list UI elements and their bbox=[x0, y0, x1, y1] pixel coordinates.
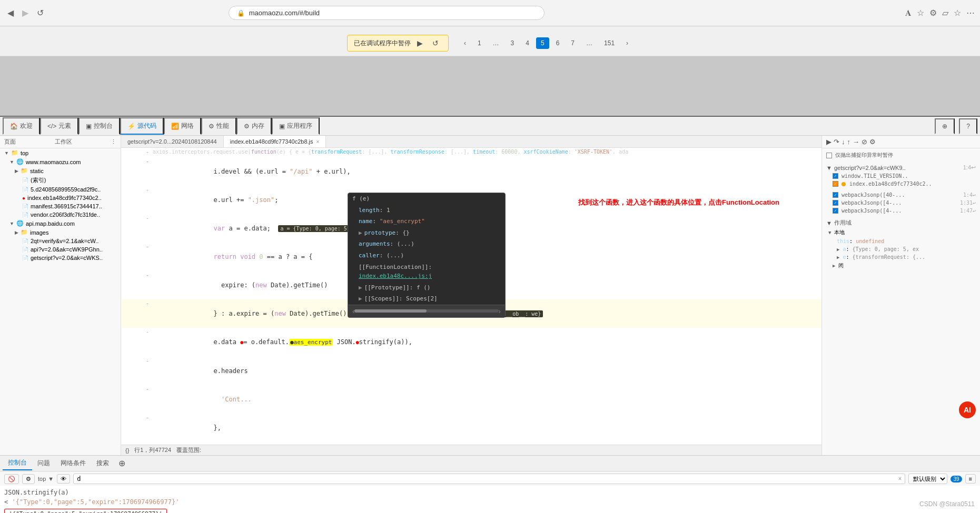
elements-icon: </> bbox=[47, 123, 56, 130]
step-btn[interactable]: → bbox=[853, 138, 859, 146]
resume-button[interactable]: ▶ bbox=[414, 37, 426, 49]
tab-memory[interactable]: ⚙ 内存 bbox=[236, 117, 272, 135]
console-tab-main[interactable]: 控制台 bbox=[3, 456, 32, 470]
tooltip-function-location[interactable]: [[FunctionLocation]]: index.eb1a48c....j… bbox=[348, 261, 505, 282]
log-level-select[interactable]: 默认级别 bbox=[908, 474, 947, 484]
tab-more-button[interactable]: ⊕ bbox=[935, 118, 955, 134]
file-item-vendor[interactable]: 📄 vendor.c206f3dfc7fc31fde.. bbox=[0, 210, 121, 219]
code-tab-getscript[interactable]: getscript?v=2.0...20240108120844 bbox=[121, 136, 224, 147]
ai-avatar[interactable]: AI bbox=[959, 401, 976, 418]
code-tab-index[interactable]: index.eb1a48cd9fc77340c2b8.js × bbox=[224, 136, 326, 147]
sidebar-button[interactable]: ▱ bbox=[942, 8, 948, 18]
step-out-btn[interactable]: ↑ bbox=[847, 138, 851, 146]
filter-settings-button[interactable]: ⚙ bbox=[22, 474, 35, 484]
home-icon: 🏠 bbox=[10, 123, 18, 130]
tab-performance[interactable]: ⚙ 性能 bbox=[201, 117, 236, 135]
breakpoints-header[interactable]: ▼ getscript?v=2.0&ak=cWK9.. 1:4↩ bbox=[824, 163, 978, 172]
page-4-button[interactable]: 4 bbox=[521, 37, 534, 49]
breakpoints-arrow: ▼ bbox=[826, 165, 832, 171]
manifest-label: manifest.366915c7344417.. bbox=[31, 203, 102, 209]
tab-sources[interactable]: ⚡ 源代码 bbox=[120, 117, 164, 135]
refresh-button[interactable]: ↺ bbox=[35, 6, 46, 20]
code-area[interactable]: - axios.interceptors.request.use(functio… bbox=[121, 148, 821, 445]
file-item-2qt[interactable]: 📄 2qt=verify&v=2.1&ak=cW.. bbox=[0, 237, 121, 245]
page-6-button[interactable]: 6 bbox=[551, 37, 565, 49]
tab-console-label: 控制台 bbox=[94, 122, 113, 130]
file-item-baidu[interactable]: ▼ 🌐 api.map.baidu.com bbox=[0, 219, 121, 228]
clear-console-button[interactable]: 🚫 bbox=[4, 474, 19, 484]
step-over-button[interactable]: ↺ bbox=[429, 37, 442, 49]
more-console-btn[interactable]: ≡ bbox=[965, 474, 976, 484]
debug-status: 已在调试程序中暂停 ▶ ↺ bbox=[347, 35, 449, 52]
step-over-btn[interactable]: ↷ bbox=[834, 138, 839, 146]
tooltip-proto-fn[interactable]: ▶[[Prototype]]: f () bbox=[348, 282, 505, 294]
deactivate-btn[interactable]: ⊘ bbox=[862, 138, 867, 146]
tab-network[interactable]: 📶 网络 bbox=[164, 117, 201, 135]
tab-elements[interactable]: </> 元素 bbox=[40, 117, 78, 135]
page-7-button[interactable]: 7 bbox=[566, 37, 579, 49]
code-line-1: - axios.interceptors.request.use(functio… bbox=[121, 148, 821, 157]
workspace-tab[interactable]: 工作区 bbox=[55, 138, 72, 146]
wp-checkbox-2[interactable]: ✓ bbox=[833, 200, 838, 206]
page-tab[interactable]: 页面 bbox=[4, 138, 16, 146]
console-badge: 39 bbox=[951, 476, 962, 482]
page-next-button[interactable]: › bbox=[621, 37, 633, 49]
file-item-index-eb1a[interactable]: ● index.eb1a48cd9fc77340c2.. bbox=[0, 194, 121, 202]
scope-header[interactable]: ▼ 作用域 bbox=[824, 218, 978, 228]
clear-input-icon[interactable]: × bbox=[898, 475, 902, 482]
bp-checkbox-1[interactable]: ✓ bbox=[833, 173, 838, 179]
page-5-button[interactable]: 5 bbox=[536, 37, 549, 49]
tooltip-overlay[interactable]: f (e) length: 1 name: "aes_encrypt" ▶pro… bbox=[348, 193, 506, 318]
console-tab-network[interactable]: 网络条件 bbox=[55, 457, 91, 470]
back-button[interactable]: ◀ bbox=[5, 6, 16, 20]
file-item-top[interactable]: ▼ 📁 top bbox=[0, 148, 121, 157]
sources-icon: ⚡ bbox=[127, 123, 135, 130]
file-item-apiv2[interactable]: 📄 api?v=2.0&ak=cWK9PGhn.. bbox=[0, 245, 121, 254]
debug-status-text: 已在调试程序中暂停 bbox=[354, 39, 411, 48]
file-item-index[interactable]: 📄 (索引) bbox=[0, 175, 121, 185]
page-prev-button[interactable]: ‹ bbox=[459, 37, 471, 49]
add-tab-button[interactable]: ⊕ bbox=[118, 458, 125, 468]
file-item-images[interactable]: ▶ 📁 images bbox=[0, 228, 121, 237]
code-panel: getscript?v=2.0...20240108120844 index.e… bbox=[121, 136, 822, 455]
file-panel: 页面 工作区 ⋮ ▼ 📁 top ▼ 🌐 www.maomaozu.com bbox=[0, 136, 121, 455]
wp-checkbox-3[interactable]: ✓ bbox=[833, 208, 838, 214]
forward-button[interactable]: ▶ bbox=[20, 6, 31, 20]
devtools-help-button[interactable]: ? bbox=[959, 118, 977, 134]
more-button[interactable]: ⋯ bbox=[966, 8, 975, 18]
page-3-button[interactable]: 3 bbox=[506, 37, 519, 49]
page-1-button[interactable]: 1 bbox=[473, 37, 486, 49]
bp-checkbox-2[interactable]: ✓ bbox=[833, 181, 838, 187]
tab-welcome[interactable]: 🏠 欢迎 bbox=[3, 117, 40, 135]
pause-exception-checkbox[interactable] bbox=[826, 153, 832, 158]
step-into-btn[interactable]: ↓ bbox=[842, 138, 845, 146]
tooltip-scroll-right[interactable]: › bbox=[499, 307, 501, 315]
file-item-getscript[interactable]: 📄 getscript?v=2.0&ak=cWKS.. bbox=[0, 254, 121, 262]
settings-icon[interactable]: ⚙ bbox=[929, 8, 937, 18]
resume-execution-button[interactable]: ▶ bbox=[826, 138, 831, 146]
file-item-static[interactable]: ▶ 📁 static bbox=[0, 166, 121, 175]
tooltip-scrollbar[interactable]: ‹ › bbox=[348, 305, 505, 317]
close-tab-icon[interactable]: × bbox=[316, 139, 320, 145]
file-item-manifest[interactable]: 📄 manifest.366915c7344417.. bbox=[0, 202, 121, 210]
wp-checkbox-1[interactable]: ✓ bbox=[833, 192, 838, 198]
settings-rp-btn[interactable]: ⚙ bbox=[869, 138, 876, 146]
more-options-icon[interactable]: ⋮ bbox=[111, 138, 116, 145]
favorite-button[interactable]: ☆ bbox=[917, 8, 924, 18]
console-tab-issues[interactable]: 问题 bbox=[32, 457, 55, 470]
tab-console[interactable]: ▣ 控制台 bbox=[78, 117, 120, 135]
baidu-label: api.map.baidu.com bbox=[26, 220, 75, 227]
console-content: JSON.stringify(a) < '{"Type":0,"page":5,… bbox=[0, 486, 980, 513]
read-mode-button[interactable]: 𝐀 bbox=[905, 8, 912, 18]
console-tab-search[interactable]: 搜索 bbox=[91, 457, 114, 470]
tooltip-scopes[interactable]: ▶[[Scopes]]: Scopes[2] bbox=[348, 293, 505, 305]
page-151-button[interactable]: 151 bbox=[599, 37, 619, 49]
console-filter-input[interactable] bbox=[77, 475, 898, 482]
file-item-5d240[interactable]: 📄 5.d240856899559cad2f9c.. bbox=[0, 185, 121, 194]
tab-memory-label: 内存 bbox=[252, 122, 264, 130]
tab-application[interactable]: ▣ 应用程序 bbox=[272, 117, 320, 135]
file-item-maomaozu[interactable]: ▼ 🌐 www.maomaozu.com bbox=[0, 157, 121, 166]
eye-button[interactable]: 👁 bbox=[57, 474, 70, 484]
console-tabs: 控制台 问题 网络条件 搜索 ⊕ bbox=[0, 456, 980, 471]
star-button[interactable]: ☆ bbox=[954, 8, 961, 18]
